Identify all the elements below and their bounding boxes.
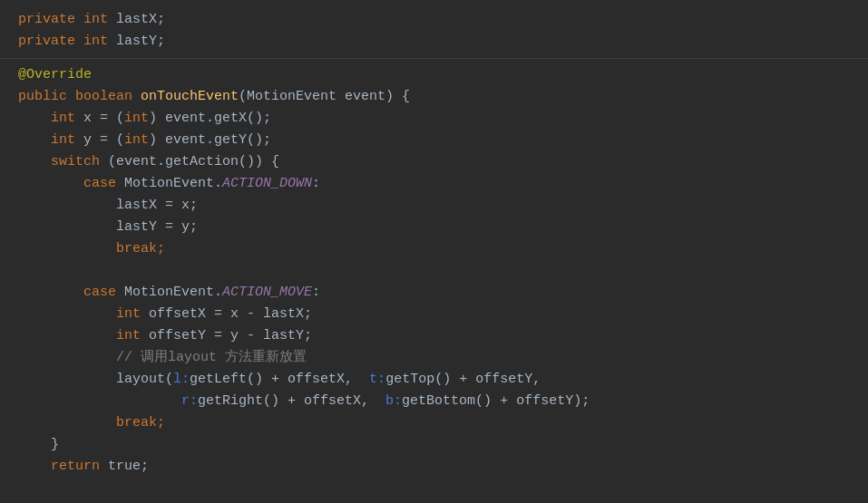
keyword-int-cast-x: int — [124, 111, 149, 126]
keyword-int: int — [83, 34, 116, 49]
code-line-switch: switch (event.getAction()) { — [0, 151, 868, 173]
const-action-move: ACTION_MOVE — [222, 285, 312, 300]
code-text: lastY = y; — [116, 219, 198, 235]
code-text: } — [51, 437, 59, 452]
code-text: : — [312, 176, 320, 191]
code-text: (MotionEvent event) { — [239, 89, 410, 104]
code-text: offsetY = y - lastY; — [149, 328, 312, 343]
keyword-int: int — [83, 12, 116, 27]
code-text: y = ( — [83, 132, 124, 148]
code-text: layout( — [116, 372, 173, 387]
const-action-down: ACTION_DOWN — [222, 176, 312, 191]
code-line-empty — [0, 260, 868, 282]
param-b: b: — [385, 393, 402, 409]
keyword-int-y: int — [51, 132, 83, 148]
keyword-case-down: case — [83, 176, 124, 191]
code-text: offsetX = x - lastX; — [149, 306, 312, 322]
code-line-int-x: int x = (int) event.getX(); — [0, 108, 868, 130]
keyword-case-move: case — [83, 285, 124, 300]
code-text: ) event.getY(); — [149, 132, 271, 148]
code-text: lastX; — [116, 12, 165, 27]
code-line-lasty: lastY = y; — [0, 217, 868, 238]
section-divider — [0, 58, 868, 59]
code-line-break-2: break; — [0, 412, 868, 434]
keyword-private: private — [18, 12, 83, 27]
code-line-layout-1: layout(l:getLeft() + offsetX, t:getTop()… — [0, 369, 868, 391]
code-line-int-y: int y = (int) event.getY(); — [0, 130, 868, 151]
code-text: getBottom() + offsetY); — [402, 393, 590, 409]
code-line-return: return true; — [0, 456, 868, 478]
code-line-method-decl: public boolean onTouchEvent(MotionEvent … — [0, 86, 868, 108]
code-text: getLeft() + offsetX, — [190, 372, 369, 387]
keyword-int-x: int — [51, 111, 83, 126]
code-line-case-down: case MotionEvent.ACTION_DOWN: — [0, 173, 868, 195]
code-text: MotionEvent. — [124, 285, 222, 300]
keyword-int-offsetx: int — [116, 306, 149, 322]
annotation-override: @Override — [18, 67, 92, 82]
comment-text: // 调用layout 方法重新放置 — [116, 350, 307, 365]
code-text: lastY; — [116, 34, 165, 49]
keyword-public: public — [18, 89, 75, 104]
code-line-override: @Override — [0, 64, 868, 86]
keyword-return: return — [51, 459, 108, 474]
code-line-2: private int lastY; — [0, 31, 868, 53]
code-text: lastX = x; — [116, 198, 198, 213]
code-line-offsety: int offsetY = y - lastY; — [0, 325, 868, 347]
param-t: t: — [369, 372, 385, 387]
code-line-1: private int lastX; — [0, 9, 868, 31]
keyword-private: private — [18, 34, 83, 49]
keyword-break-1: break; — [116, 241, 165, 256]
code-text: x = ( — [83, 111, 124, 126]
code-text: : — [312, 285, 320, 300]
keyword-switch: switch — [51, 154, 108, 169]
code-text: getRight() + offsetX, — [198, 393, 385, 409]
param-r: r: — [181, 393, 198, 409]
code-line-comment: // 调用layout 方法重新放置 — [0, 347, 868, 369]
code-text: getTop() + offsetY, — [385, 372, 541, 387]
code-line-close-switch: } — [0, 434, 868, 456]
keyword-break-2: break; — [116, 415, 165, 430]
code-text: ) event.getX(); — [149, 111, 271, 126]
code-text: (event.getAction()) { — [108, 154, 279, 169]
code-line-lastx: lastX = x; — [0, 195, 868, 217]
param-l: l: — [173, 372, 190, 387]
code-line-case-move: case MotionEvent.ACTION_MOVE: — [0, 282, 868, 304]
keyword-int-cast-y: int — [124, 132, 149, 148]
keyword-boolean: boolean — [75, 89, 141, 104]
keyword-int-offsety: int — [116, 328, 149, 343]
code-text: MotionEvent. — [124, 176, 222, 191]
code-text: true; — [108, 459, 149, 474]
code-editor: private int lastX; private int lastY; @O… — [0, 0, 868, 487]
method-ontouchevent: onTouchEvent — [141, 89, 239, 104]
code-line-break-1: break; — [0, 238, 868, 260]
code-line-layout-2: r:getRight() + offsetX, b:getBottom() + … — [0, 391, 868, 412]
code-line-offsetx: int offsetX = x - lastX; — [0, 304, 868, 325]
